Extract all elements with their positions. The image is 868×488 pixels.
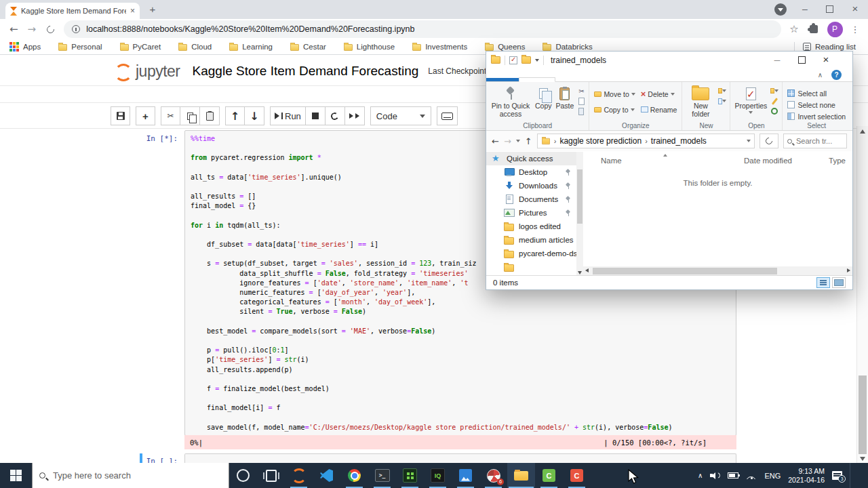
jupyter-logo-icon[interactable] bbox=[113, 61, 133, 81]
taskbar-app-button[interactable] bbox=[257, 463, 285, 488]
copy-path-button[interactable] bbox=[577, 97, 585, 105]
browser-update-icon[interactable] bbox=[774, 3, 787, 16]
sidebar-item[interactable] bbox=[486, 260, 576, 274]
breadcrumb[interactable]: kaggle store prediction trained_models bbox=[537, 134, 755, 148]
quick-access-toolbar-caret-icon[interactable] bbox=[535, 59, 539, 62]
copy-cell-button[interactable] bbox=[180, 106, 200, 125]
forward-icon[interactable] bbox=[28, 23, 37, 35]
taskbar-app-button[interactable] bbox=[340, 463, 368, 488]
reading-list-button[interactable]: Reading list bbox=[803, 43, 856, 51]
explorer-titlebar[interactable]: trained_models bbox=[486, 52, 852, 68]
bookmark-item[interactable]: Cestar bbox=[290, 43, 326, 51]
wifi-icon[interactable] bbox=[746, 472, 757, 479]
url-text[interactable]: localhost:8888/notebooks/Kaggle%20Store%… bbox=[86, 24, 414, 34]
move-to-button[interactable]: Move to bbox=[594, 88, 635, 100]
battery-icon[interactable] bbox=[728, 472, 738, 479]
ribbon-tab[interactable] bbox=[592, 78, 629, 81]
open-button[interactable] bbox=[770, 87, 778, 95]
easy-access-button[interactable] bbox=[718, 97, 726, 105]
taskbar-app-button[interactable]: C bbox=[535, 463, 563, 488]
column-name[interactable]: Name bbox=[601, 157, 622, 165]
cut-cell-button[interactable] bbox=[161, 106, 180, 125]
breadcrumb-part[interactable]: trained_models bbox=[651, 136, 707, 146]
tab-close-icon[interactable] bbox=[130, 7, 135, 15]
taskbar-search-box[interactable] bbox=[32, 463, 229, 488]
scroll-up-arrow-icon[interactable] bbox=[860, 129, 865, 134]
help-icon[interactable] bbox=[831, 70, 842, 80]
explorer-minimize-button[interactable] bbox=[765, 52, 789, 68]
paste-cell-button[interactable] bbox=[200, 106, 220, 125]
taskbar-app-button[interactable] bbox=[229, 463, 257, 488]
explorer-maximize-button[interactable] bbox=[789, 52, 814, 68]
bookmark-item[interactable]: Queens bbox=[485, 43, 525, 51]
taskbar-app-button[interactable] bbox=[507, 463, 535, 488]
save-button[interactable] bbox=[111, 106, 130, 125]
address-bar[interactable]: localhost:8888/notebooks/Kaggle%20Store%… bbox=[64, 20, 781, 38]
ribbon-tab[interactable] bbox=[555, 78, 592, 81]
column-date-modified[interactable]: Date modified bbox=[744, 157, 792, 165]
taskbar-app-button[interactable] bbox=[313, 463, 340, 488]
bookmark-item[interactable]: Learning bbox=[229, 43, 273, 51]
bookmark-item[interactable]: Investments bbox=[412, 43, 467, 51]
taskbar-app-button[interactable] bbox=[396, 463, 424, 488]
properties-button[interactable]: Properties bbox=[732, 84, 769, 114]
tray-overflow-chevron-icon[interactable] bbox=[698, 472, 703, 479]
action-center-icon[interactable]: 3 bbox=[832, 471, 842, 480]
select-option-button[interactable]: Select all bbox=[787, 88, 846, 98]
scroll-down-arrow-icon[interactable] bbox=[578, 271, 582, 274]
bookmark-item[interactable]: Cloud bbox=[178, 43, 212, 51]
move-cell-up-button[interactable] bbox=[225, 106, 245, 125]
sidebar-scrollbar[interactable] bbox=[576, 152, 583, 275]
back-icon[interactable] bbox=[492, 136, 499, 146]
address-dropdown-icon[interactable] bbox=[747, 140, 751, 142]
scrollbar-thumb[interactable] bbox=[593, 268, 777, 274]
scroll-left-arrow-icon[interactable] bbox=[585, 268, 589, 272]
new-tab-button[interactable] bbox=[146, 3, 159, 16]
explorer-close-button[interactable] bbox=[814, 52, 838, 68]
page-scrollbar[interactable] bbox=[856, 126, 868, 463]
paste-shortcut-button[interactable] bbox=[577, 107, 585, 115]
new-item-button[interactable] bbox=[718, 87, 726, 95]
browser-maximize-button[interactable] bbox=[819, 0, 840, 19]
browser-tab[interactable]: Kaggle Store Item Demand Forec bbox=[5, 3, 140, 19]
ribbon-tab[interactable] bbox=[519, 77, 555, 82]
notebook-title[interactable]: Kaggle Store Item Demand Forecasting bbox=[193, 64, 419, 79]
up-icon[interactable] bbox=[525, 136, 532, 146]
sidebar-item[interactable]: Documents bbox=[486, 192, 576, 206]
file-list-area[interactable]: Name Date modified Type This folder is e… bbox=[583, 152, 852, 275]
apps-shortcut[interactable]: Apps bbox=[9, 42, 41, 52]
select-option-button[interactable]: Invert selection bbox=[787, 111, 846, 121]
ribbon-tab[interactable] bbox=[486, 78, 519, 81]
browser-close-button[interactable] bbox=[845, 0, 865, 19]
select-option-button[interactable]: Select none bbox=[787, 100, 846, 110]
explorer-search-input[interactable] bbox=[795, 136, 843, 146]
details-view-button[interactable] bbox=[816, 277, 830, 288]
column-type[interactable]: Type bbox=[829, 157, 846, 165]
taskbar-app-button[interactable]: C bbox=[563, 463, 591, 488]
extensions-icon[interactable] bbox=[810, 25, 818, 33]
back-icon[interactable] bbox=[9, 23, 18, 35]
add-cell-button[interactable] bbox=[136, 106, 155, 125]
rename-button[interactable]: Rename bbox=[641, 104, 677, 115]
edit-button[interactable] bbox=[770, 97, 778, 105]
explorer-search-box[interactable] bbox=[783, 134, 847, 148]
collapse-ribbon-icon[interactable] bbox=[818, 71, 823, 79]
sidebar-item[interactable]: medium articles bbox=[486, 233, 576, 247]
pin-to-quick-access-button[interactable]: Pin to Quick access bbox=[488, 84, 533, 118]
copy-to-button[interactable]: Copy to bbox=[594, 104, 635, 115]
large-icons-view-button[interactable] bbox=[832, 277, 846, 288]
bookmark-item[interactable]: Lighthouse bbox=[344, 43, 395, 51]
sidebar-item[interactable]: Downloads bbox=[486, 179, 576, 192]
scroll-down-arrow-icon[interactable] bbox=[860, 457, 865, 461]
bookmark-item[interactable]: PyCaret bbox=[120, 43, 161, 51]
history-button[interactable] bbox=[770, 107, 778, 115]
forward-icon[interactable] bbox=[504, 136, 511, 146]
reload-icon[interactable] bbox=[45, 24, 56, 34]
taskbar-app-button[interactable]: 6 bbox=[479, 463, 507, 488]
taskbar-app-button[interactable] bbox=[285, 463, 313, 488]
sidebar-item[interactable]: pycaret-demo-dsc bbox=[486, 247, 576, 260]
scrollbar-thumb[interactable] bbox=[577, 169, 583, 224]
sidebar-item[interactable]: Quick access bbox=[486, 152, 576, 165]
volume-icon[interactable] bbox=[710, 472, 720, 480]
cell-type-select[interactable]: Code bbox=[370, 106, 431, 125]
